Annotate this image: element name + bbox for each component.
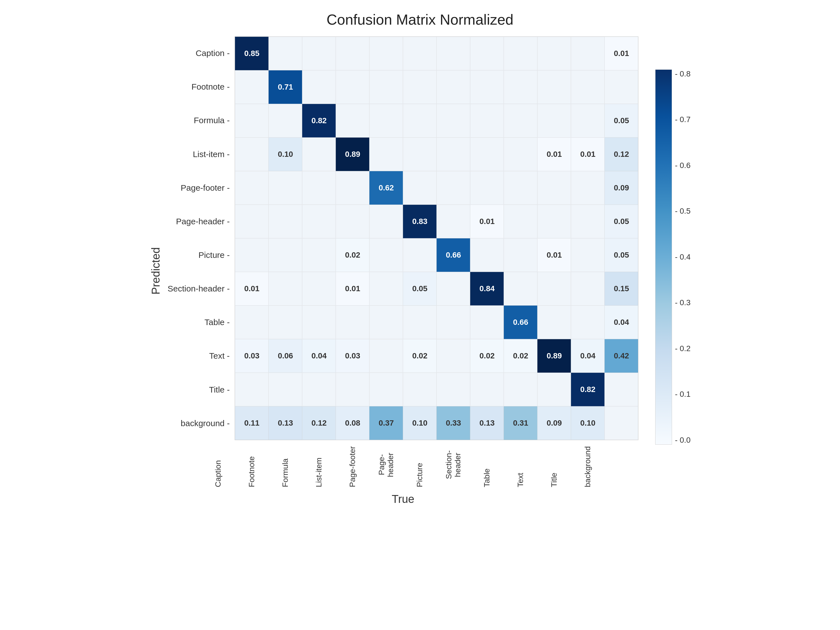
matrix-cell (369, 70, 403, 104)
matrix-cell (403, 305, 437, 339)
matrix-cell (504, 373, 537, 406)
matrix-cell (571, 37, 605, 70)
matrix-cell (235, 305, 268, 339)
matrix-cell (470, 137, 504, 171)
matrix-cell (504, 171, 537, 205)
x-label: Picture (403, 442, 437, 487)
matrix-cell (470, 171, 504, 205)
matrix-cell: 0.82 (302, 104, 336, 137)
matrix-cell (403, 104, 437, 137)
matrix-cell: 0.06 (268, 339, 302, 373)
y-label: Text - (168, 339, 232, 373)
x-label: background (571, 442, 605, 487)
matrix-cell (268, 37, 302, 70)
matrix-cell (369, 339, 403, 373)
matrix-cell (302, 238, 336, 272)
chart-title: Confusion Matrix Normalized (327, 11, 513, 28)
matrix-cell (470, 70, 504, 104)
x-label: Page-header (369, 442, 403, 487)
y-label: Page-header - (168, 205, 232, 238)
matrix-cell (403, 37, 437, 70)
matrix-cell (571, 70, 605, 104)
matrix-cell: 0.05 (403, 272, 437, 305)
matrix-cell (336, 171, 369, 205)
matrix-cell (437, 339, 470, 373)
matrix-cell (336, 305, 369, 339)
matrix-cell: 0.04 (302, 339, 336, 373)
colorbar-labels: - 0.8- 0.7- 0.6- 0.5- 0.4- 0.3- 0.2- 0.1… (675, 69, 690, 445)
matrix-cell (369, 373, 403, 406)
matrix-cell (437, 70, 470, 104)
matrix-cell: 0.89 (537, 339, 571, 373)
colorbar-label: - 0.5 (675, 207, 690, 216)
matrix-cell: 0.01 (537, 137, 571, 171)
matrix-section: Caption -Footnote -Formula -List-item -P… (168, 36, 639, 505)
x-labels: CaptionFootnoteFormulaList-itemPage-foot… (201, 442, 605, 487)
matrix-cell (537, 37, 571, 70)
matrix-cell (504, 70, 537, 104)
matrix-grid: 0.850.010.710.820.050.100.890.010.010.12… (235, 36, 638, 440)
matrix-cell: 0.31 (504, 406, 537, 440)
x-label: Formula (268, 442, 302, 487)
matrix-cell (268, 171, 302, 205)
matrix-cell (369, 37, 403, 70)
matrix-cell: 0.02 (336, 238, 369, 272)
matrix-cell: 0.66 (437, 238, 470, 272)
matrix-cell (336, 70, 369, 104)
matrix-cell (403, 238, 437, 272)
matrix-cell (571, 238, 605, 272)
matrix-cell (336, 205, 369, 238)
matrix-cell (302, 272, 336, 305)
matrix-cell (571, 272, 605, 305)
y-labels: Caption -Footnote -Formula -List-item -P… (168, 36, 232, 440)
matrix-cell (336, 373, 369, 406)
matrix-cell (235, 104, 268, 137)
matrix-cell (369, 238, 403, 272)
matrix-cell (537, 171, 571, 205)
matrix-cell (302, 70, 336, 104)
matrix-cell: 0.83 (403, 205, 437, 238)
matrix-cell (470, 238, 504, 272)
matrix-cell (504, 205, 537, 238)
colorbar-section: - 0.8- 0.7- 0.6- 0.5- 0.4- 0.3- 0.2- 0.1… (655, 69, 690, 473)
matrix-cell (470, 37, 504, 70)
matrix-cell: 0.09 (605, 171, 638, 205)
matrix-cell: 0.01 (605, 37, 638, 70)
y-label: List-item - (168, 137, 232, 171)
matrix-cell: 0.12 (302, 406, 336, 440)
matrix-cell (537, 205, 571, 238)
matrix-cell (605, 373, 638, 406)
matrix-cell (235, 205, 268, 238)
matrix-cell (504, 104, 537, 137)
matrix-cell (437, 373, 470, 406)
matrix-cell (369, 205, 403, 238)
matrix-cell: 0.33 (437, 406, 470, 440)
matrix-cell (571, 104, 605, 137)
matrix-cell: 0.37 (369, 406, 403, 440)
matrix-cell (235, 137, 268, 171)
matrix-cell (470, 104, 504, 137)
matrix-cell: 0.01 (235, 272, 268, 305)
matrix-cell (403, 70, 437, 104)
x-label: Section-header (437, 442, 470, 487)
matrix-cell (302, 171, 336, 205)
matrix-cell (369, 272, 403, 305)
matrix-cell (437, 137, 470, 171)
matrix-cell (268, 305, 302, 339)
y-label: background - (168, 407, 232, 440)
y-label: Formula - (168, 104, 232, 137)
matrix-cell (268, 238, 302, 272)
matrix-cell: 0.01 (470, 205, 504, 238)
matrix-cell (605, 70, 638, 104)
matrix-with-ylabels: Caption -Footnote -Formula -List-item -P… (168, 36, 639, 440)
y-label: Caption - (168, 36, 232, 70)
matrix-cell (336, 37, 369, 70)
matrix-cell (437, 272, 470, 305)
matrix-cell (403, 171, 437, 205)
matrix-cell (235, 373, 268, 406)
matrix-cell (537, 305, 571, 339)
y-axis-label: Predicted (150, 247, 162, 295)
matrix-cell: 0.10 (403, 406, 437, 440)
matrix-cell (268, 205, 302, 238)
matrix-cell (504, 37, 537, 70)
